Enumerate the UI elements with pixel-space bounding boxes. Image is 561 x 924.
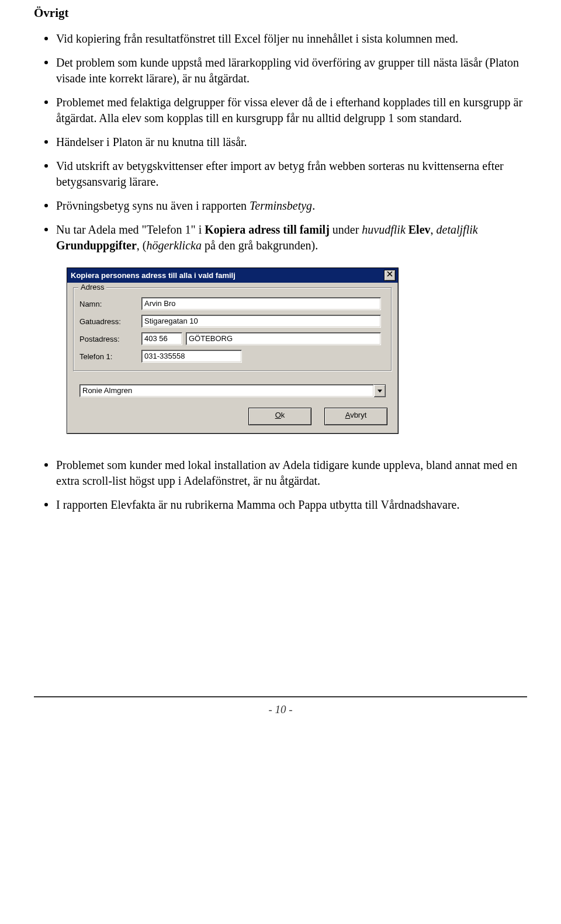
text-italic: detaljflik	[437, 223, 478, 236]
text: .	[312, 199, 315, 212]
text-bold: Elev	[408, 223, 431, 236]
dialog-title: Kopiera personens adress till alla i val…	[71, 271, 236, 280]
bullet-list-bottom: Problemet som kunder med lokal installat…	[34, 457, 527, 513]
text-italic: Terminsbetyg	[250, 199, 312, 212]
page-footer: - 10 -	[34, 696, 527, 716]
ok-rest: k	[281, 411, 285, 419]
name-field[interactable]: Arvin Bro	[141, 297, 381, 310]
text: , (	[137, 239, 147, 252]
cancel-rest: vbryt	[350, 411, 366, 419]
phone-field[interactable]: 031-335558	[141, 350, 242, 363]
ok-accel: O	[275, 411, 281, 419]
text: Prövningsbetyg syns nu även i rapporten	[56, 199, 250, 212]
text-bold: Grunduppgifter	[56, 239, 137, 252]
close-icon	[387, 271, 393, 277]
text-bold: Kopiera adress till familj	[205, 223, 330, 236]
dialog-copy-address: Kopiera personens adress till alla i val…	[67, 268, 399, 434]
list-item: Vid utskrift av betygskvittenser efter i…	[34, 158, 527, 190]
city-field[interactable]: GÖTEBORG	[186, 332, 381, 345]
groupbox-address: Adress Namn: Arvin Bro Gatuadress: Stiga…	[73, 287, 392, 371]
section-heading: Övrigt	[34, 6, 527, 20]
list-item: Vid kopiering från resultatfönstret till…	[34, 31, 527, 47]
label-postal: Postadress:	[79, 335, 141, 343]
text: ,	[431, 223, 437, 236]
list-item: I rapporten Elevfakta är nu rubrikerna M…	[34, 497, 527, 513]
ok-button[interactable]: Ok	[248, 408, 311, 425]
label-street: Gatuadress:	[79, 317, 141, 326]
cancel-accel: A	[345, 411, 350, 419]
chevron-down-icon	[378, 390, 382, 392]
text-italic: högerklicka	[146, 239, 201, 252]
list-item: Problemet som kunder med lokal installat…	[34, 457, 527, 489]
text-italic: huvudflik	[362, 223, 405, 236]
page-number: - 10 -	[268, 703, 292, 715]
close-button[interactable]	[384, 270, 396, 281]
cancel-button[interactable]: Avbryt	[324, 408, 387, 425]
label-phone: Telefon 1:	[79, 352, 141, 361]
list-item: Problemet med felaktiga delgrupper för v…	[34, 95, 527, 126]
text: Nu tar Adela med "Telefon 1" i	[56, 223, 205, 236]
bullet-list-top: Vid kopiering från resultatfönstret till…	[34, 31, 527, 253]
list-item: Nu tar Adela med "Telefon 1" i Kopiera a…	[34, 222, 527, 253]
text: under	[330, 223, 362, 236]
label-name: Namn:	[79, 300, 141, 308]
list-item: Prövningsbetyg syns nu även i rapporten …	[34, 198, 527, 214]
street-field[interactable]: Stigaregatan 10	[141, 315, 381, 328]
combo-arrow-button[interactable]	[374, 384, 386, 397]
text: på den grå bakgrunden).	[202, 239, 318, 252]
dialog-titlebar: Kopiera personens adress till alla i val…	[67, 268, 398, 283]
list-item: Händelser i Platon är nu knutna till läs…	[34, 134, 527, 150]
list-item: Det problem som kunde uppstå med lärarko…	[34, 55, 527, 86]
combo-value: Ronie Almgren	[79, 384, 374, 397]
postcode-field[interactable]: 403 56	[141, 332, 182, 345]
groupbox-legend: Adress	[78, 283, 106, 291]
person-combo[interactable]: Ronie Almgren	[79, 384, 386, 397]
